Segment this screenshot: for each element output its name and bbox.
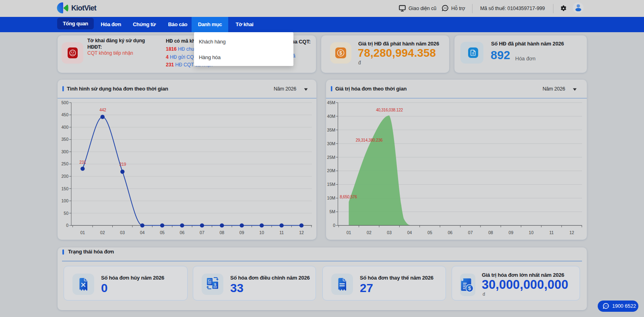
svg-text:10M: 10M <box>327 196 335 200</box>
svg-text:Năm 2026: Năm 2026 <box>543 86 565 92</box>
svg-text:05: 05 <box>427 230 432 235</box>
svg-text:Năm 2026: Năm 2026 <box>274 86 296 92</box>
svg-text:01: 01 <box>347 230 351 235</box>
svg-text:07: 07 <box>468 230 473 235</box>
svg-text:03: 03 <box>120 230 125 235</box>
svg-text:40,316,038.122: 40,316,038.122 <box>376 108 403 112</box>
svg-text:100: 100 <box>61 198 68 203</box>
svg-text:06: 06 <box>448 230 452 235</box>
svg-text:29,314,380.236: 29,314,380.236 <box>356 138 383 142</box>
svg-text:04: 04 <box>140 230 145 235</box>
svg-text:08: 08 <box>219 230 224 235</box>
svg-text:05: 05 <box>160 230 165 235</box>
svg-text:02: 02 <box>100 230 105 235</box>
svg-text:45M: 45M <box>327 100 335 105</box>
svg-text:231: 231 <box>79 160 86 165</box>
svg-text:06: 06 <box>180 230 185 235</box>
svg-text:500: 500 <box>61 100 68 105</box>
svg-text:01: 01 <box>80 230 85 235</box>
svg-text:200: 200 <box>61 174 68 179</box>
svg-text:15M: 15M <box>327 182 335 187</box>
svg-text:442: 442 <box>99 108 106 112</box>
svg-text:40M: 40M <box>327 114 335 119</box>
svg-text:8,650,576: 8,650,576 <box>340 195 357 199</box>
svg-text:0: 0 <box>333 223 335 228</box>
svg-text:$: $ <box>214 282 217 286</box>
svg-text:11: 11 <box>549 230 554 235</box>
svg-text:30M: 30M <box>327 141 335 146</box>
svg-text:400: 400 <box>61 125 68 130</box>
svg-text:04: 04 <box>407 230 412 235</box>
svg-text:150: 150 <box>61 186 68 191</box>
svg-text:5M: 5M <box>329 209 335 214</box>
svg-text:10: 10 <box>529 230 534 235</box>
svg-text:09: 09 <box>239 230 244 235</box>
svg-text:$: $ <box>468 285 471 291</box>
svg-text:10: 10 <box>259 230 264 235</box>
svg-text:12: 12 <box>299 230 304 235</box>
svg-text:0: 0 <box>66 223 68 228</box>
svg-text:250: 250 <box>61 161 68 166</box>
svg-text:20M: 20M <box>327 168 335 173</box>
svg-text:02: 02 <box>367 230 372 235</box>
svg-text:Giá trị hóa đơn theo thời gian: Giá trị hóa đơn theo thời gian <box>335 86 407 92</box>
svg-text:09: 09 <box>509 230 514 235</box>
svg-text:12: 12 <box>570 230 574 235</box>
svg-text:300: 300 <box>61 149 68 154</box>
svg-text:350: 350 <box>61 137 68 142</box>
svg-text:50: 50 <box>64 211 68 216</box>
svg-text:11: 11 <box>279 230 284 235</box>
svg-text:450: 450 <box>61 112 68 117</box>
svg-text:07: 07 <box>200 230 204 235</box>
svg-text:35M: 35M <box>327 128 335 132</box>
svg-text:$: $ <box>339 50 342 56</box>
svg-text:08: 08 <box>488 230 493 235</box>
svg-text:03: 03 <box>387 230 392 235</box>
svg-text:219: 219 <box>120 162 126 167</box>
svg-text:Tình hình sử dụng hóa đơn theo: Tình hình sử dụng hóa đơn theo thời gian <box>67 86 168 92</box>
svg-text:25M: 25M <box>327 155 335 160</box>
